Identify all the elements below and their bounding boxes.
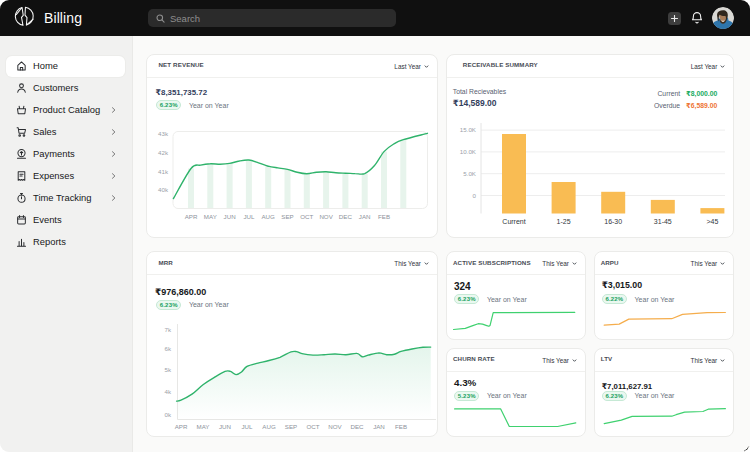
chevron-down-icon [720,261,725,266]
bar-chart-icon [16,237,27,248]
svg-text:40k: 40k [158,186,169,193]
sidebar-item-label: Product Catalog [33,105,100,114]
sidebar-item-label: Home [33,61,58,70]
svg-text:AUG: AUG [261,212,275,219]
sidebar-item-product-catalog[interactable]: Product Catalog [6,100,125,121]
yoy-label: Year on Year [635,392,675,399]
basket-icon [16,105,27,116]
card-title: RECEIVABLE SUMMARY [463,62,538,68]
quick-add-button[interactable] [668,12,681,25]
svg-text:FEB: FEB [377,212,389,219]
current-row: Current₹8,000.00 [657,91,717,98]
svg-text:41k: 41k [158,167,169,174]
card-header: LTV This Year [595,349,733,372]
receipt-icon [16,171,27,182]
svg-text:JUN: JUN [218,423,230,430]
yoy-label: Year on Year [635,296,675,303]
card-title: NET REVENUE [159,62,204,68]
sidebar-item-expenses[interactable]: Expenses [6,166,125,187]
svg-text:JUN: JUN [223,212,235,219]
card-title: LTV [601,356,613,362]
topbar-actions [668,0,734,36]
churn-rate-period-dropdown[interactable]: This Year [542,354,576,367]
search-icon [156,14,165,23]
chevron-right-icon [110,195,117,202]
chevron-down-icon [572,358,577,363]
active-subscriptions-period-dropdown[interactable]: This Year [542,257,576,270]
svg-text:FEB: FEB [394,423,406,430]
yoy-label: Year on Year [487,392,527,399]
svg-text:0k: 0k [164,411,171,418]
svg-text:7k: 7k [164,326,171,333]
user-avatar[interactable] [712,7,734,29]
card-title: MRR [159,260,173,266]
svg-text:SEP: SEP [281,212,293,219]
svg-text:42k: 42k [158,148,169,155]
arpu-period-dropdown[interactable]: This Year [691,257,725,270]
card-header: NET REVENUE Last Year [147,55,437,78]
notifications-bell-icon[interactable] [690,11,704,25]
mrr-value: ₹976,860.00 [155,288,206,297]
chevron-right-icon [110,173,117,180]
net-revenue-card: NET REVENUE Last Year ₹8,351,735.72 6.23… [146,54,438,238]
current-label: Current [657,90,680,97]
sidebar-item-reports[interactable]: Reports [6,232,125,253]
yoy-label: Year on Year [487,296,527,303]
sidebar-item-customers[interactable]: Customers [6,78,125,99]
svg-text:DEC: DEC [350,423,364,430]
sidebar-item-time-tracking[interactable]: Time Tracking [6,188,125,209]
card-title: CHURN RATE [453,356,495,362]
ltv-sparkline [595,400,733,434]
sidebar-item-label: Payments [33,149,75,158]
mrr-period-dropdown[interactable]: This Year [394,257,428,270]
ltv-period-dropdown[interactable]: This Year [691,354,725,367]
chevron-right-icon [110,151,117,158]
chevron-right-icon [110,129,117,136]
active-subscriptions-value: 324 [454,282,471,292]
mouse-cursor [736,440,750,452]
svg-text:MAY: MAY [203,212,216,219]
topbar: Billing Search [0,0,750,36]
ltv-card: LTV This Year ₹7,011,627.91 6.23% Year o… [594,348,734,438]
search-placeholder: Search [170,13,200,24]
sidebar-item-payments[interactable]: Payments [6,144,125,165]
receivable-period-dropdown[interactable]: Last Year [691,60,725,73]
active-subscriptions-sparkline [447,303,584,337]
svg-text:AUG: AUG [262,423,276,430]
svg-text:10.0K: 10.0K [460,148,477,155]
svg-text:Current: Current [502,218,525,225]
search-input[interactable]: Search [148,9,396,27]
calendar-icon [16,215,27,226]
svg-text:4k: 4k [164,388,171,395]
dashboard-main: NET REVENUE Last Year ₹8,351,735.72 6.23… [133,36,750,452]
net-revenue-period-dropdown[interactable]: Last Year [394,60,428,73]
arpu-value: ₹3,015.00 [602,281,642,290]
sidebar-item-home[interactable]: Home [6,56,125,77]
chevron-right-icon [110,107,117,114]
svg-text:JAN: JAN [373,423,385,430]
chevron-down-icon [424,261,429,266]
sidebar-item-label: Expenses [33,171,74,180]
svg-text:APR: APR [184,212,197,219]
svg-text:APR: APR [174,423,187,430]
card-title: ARPU [601,260,619,266]
churn-rate-sparkline [447,400,584,434]
arpu-sparkline [595,303,733,337]
brand[interactable]: Billing [14,7,82,29]
mrr-chart: 7k6k5k4k0kAPRMAYJUNJULAUGSEPOCTNOVDECJAN… [147,320,439,438]
overdue-label: Overdue [654,102,680,109]
svg-text:0: 0 [472,192,476,199]
svg-text:SEP: SEP [284,423,296,430]
svg-text:JUL: JUL [241,423,253,430]
total-receivables-value: ₹14,589.00 [453,99,497,108]
sidebar-item-events[interactable]: Events [6,210,125,231]
overdue-amount: ₹6,589.00 [686,102,717,109]
net-revenue-chart: 43k42k41k40kAPRMAYJUNJULAUGSEPOCTNOVDECJ… [147,122,439,226]
sidebar-item-sales[interactable]: Sales [6,122,125,143]
receivable-summary-card: RECEIVABLE SUMMARY Last Year Total Recie… [446,54,734,238]
sidebar-item-label: Customers [33,83,78,92]
chevron-down-icon [572,261,577,266]
sidebar-item-label: Time Tracking [33,193,92,202]
sidebar: HomeCustomersProduct CatalogSalesPayment… [0,36,133,452]
svg-text:OCT: OCT [300,212,313,219]
